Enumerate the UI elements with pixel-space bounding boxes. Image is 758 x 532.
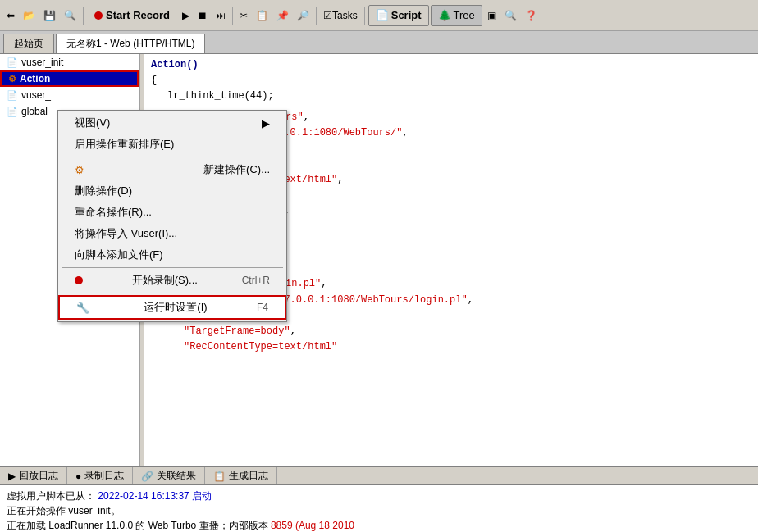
tasks-button[interactable]: ☑ Tasks: [320, 4, 361, 27]
tree-tab-btn[interactable]: 🌲 Tree: [431, 5, 482, 26]
menu-item-rename-action[interactable]: 重命名操作(R)...: [58, 202, 286, 223]
record-label: 录制日志: [84, 469, 124, 483]
toolbar-back-btn[interactable]: ⬅: [3, 4, 18, 27]
start-record-dot-icon: [75, 276, 83, 284]
tabbar: 起始页 无名称1 - Web (HTTP/HTML): [0, 31, 758, 54]
bottom-tab-generation[interactable]: 📋 生成日志: [205, 467, 277, 484]
toolbar-stop-btn[interactable]: ⏹: [194, 4, 211, 27]
bottom-tab-correlation[interactable]: 🔗 关联结果: [133, 467, 205, 484]
code-line-brace: {: [151, 73, 751, 89]
script-tab-btn[interactable]: 📄 Script: [368, 5, 429, 26]
sep1: [83, 7, 84, 25]
toolbar-search-btn[interactable]: 🔍: [61, 4, 80, 27]
menu-new-action-label: 新建操作(C)...: [203, 162, 270, 177]
menu-addfile-label: 向脚本添加文件(F): [75, 248, 163, 262]
menu-item-reorder[interactable]: 启用操作重新排序(E): [58, 134, 286, 155]
action-label: Action: [20, 73, 50, 84]
menu-sep-1: [62, 157, 283, 157]
tree-item-vuser-init[interactable]: 📄 vuser_init: [0, 54, 139, 70]
tree-label: Tree: [454, 9, 475, 21]
playback-icon: ▶: [8, 471, 16, 482]
start-record-label: Start Record: [106, 9, 170, 21]
menu-start-record-shortcut: Ctrl+R: [242, 275, 270, 286]
sep4: [364, 7, 365, 25]
log-line-3: 正在加载 LoadRunner 11.0.0 的 Web Turbo 重播；内部…: [7, 518, 751, 532]
menu-runtime-shortcut: F4: [257, 302, 268, 313]
menu-reorder-label: 启用操作重新排序(E): [75, 137, 174, 152]
runtime-settings-icon: 🔧: [76, 302, 89, 314]
menu-item-delete-action[interactable]: 删除操作(D): [58, 180, 286, 202]
bottom-tab-record[interactable]: ● 录制日志: [67, 467, 133, 484]
playback-label: 回放日志: [19, 469, 58, 483]
generation-icon: 📋: [213, 471, 226, 482]
code-line-1: lr_think_time(44);: [167, 89, 751, 104]
tree-item-action[interactable]: ⚙ Action: [0, 70, 139, 87]
toolbar-copy-btn[interactable]: 📋: [253, 4, 272, 27]
tree-icon-vuser-init: 📄: [7, 57, 18, 68]
code-line-rec: "RecContentType=text/html": [184, 339, 751, 355]
menu-delete-label: 删除操作(D): [75, 184, 132, 198]
log-line-2: 正在开始操作 vuser_init。: [7, 503, 751, 518]
toolbar-cut-btn[interactable]: ✂: [236, 4, 251, 27]
toolbar-play-btn[interactable]: ▶: [179, 4, 193, 27]
toolbar-open-btn[interactable]: 📂: [20, 4, 39, 27]
tree-icon-global: 📄: [7, 107, 18, 117]
code-line-target: "TargetFrame=body",: [184, 324, 751, 339]
toolbar-zoom-btn[interactable]: 🔍: [501, 4, 520, 27]
file-tab-label: 无名称1 - Web (HTTP/HTML): [66, 37, 194, 51]
menu-item-new-action[interactable]: ⚙ 新建操作(C)...: [58, 159, 286, 180]
tree-item-vuser[interactable]: 📄 vuser_: [0, 87, 139, 103]
toolbar-step-btn[interactable]: ⏭: [212, 4, 229, 27]
menu-item-runtime-settings[interactable]: 🔧 运行时设置(I) F4: [58, 295, 286, 320]
bottom-tab-playback[interactable]: ▶ 回放日志: [0, 467, 67, 484]
main-area: 📄 vuser_init ⚙ Action 📄 vuser_ 📄 global …: [0, 54, 758, 466]
code-func-name: Action(): [151, 57, 751, 73]
correlation-label: 关联结果: [157, 469, 196, 483]
menu-item-start-record[interactable]: 开始录制(S)... Ctrl+R: [58, 270, 286, 291]
bottom-panel: ▶ 回放日志 ● 录制日志 🔗 关联结果 📋 生成日志 虚拟用户脚本已从： 20…: [0, 466, 758, 532]
new-action-icon: ⚙: [75, 164, 84, 176]
tree-icon-action: ⚙: [8, 74, 16, 84]
home-tab-label: 起始页: [14, 37, 43, 51]
menu-runtime-label: 运行时设置(I): [144, 300, 207, 315]
file-tab[interactable]: 无名称1 - Web (HTTP/HTML): [56, 34, 205, 53]
menu-start-record-label: 开始录制(S)...: [132, 273, 198, 288]
toolbar: ⬅ 📂 💾 🔍 Start Record ▶ ⏹ ⏭ ✂ 📋 📌 🔎 ☑ Tas…: [0, 0, 758, 31]
menu-rename-label: 重命名操作(R)...: [75, 205, 152, 220]
log-line-1: 虚拟用户脚本已从： 2022-02-14 16:13:37 启动: [7, 489, 751, 503]
sep2: [232, 7, 233, 25]
menu-item-view[interactable]: 视图(V) ▶: [58, 112, 286, 134]
menu-view-arrow: ▶: [262, 117, 270, 130]
script-label: Script: [391, 9, 422, 21]
menu-import-label: 将操作导入 Vuser(I)...: [75, 226, 177, 241]
sep3: [316, 7, 317, 25]
toolbar-layout-btn[interactable]: ▣: [484, 4, 500, 27]
tree-icon-vuser: 📄: [7, 90, 18, 101]
toolbar-paste-btn[interactable]: 📌: [273, 4, 292, 27]
context-menu: 视图(V) ▶ 启用操作重新排序(E) ⚙ 新建操作(C)... 删除操作(D)…: [57, 110, 287, 322]
menu-item-add-file[interactable]: 向脚本添加文件(F): [58, 244, 286, 266]
menu-sep-3: [62, 293, 283, 293]
toolbar-help-btn[interactable]: ❓: [522, 4, 541, 27]
bottom-content: 虚拟用户脚本已从： 2022-02-14 16:13:37 启动 正在开始操作 …: [0, 485, 758, 532]
start-record-button[interactable]: Start Record: [87, 4, 177, 27]
menu-sep-2: [62, 267, 283, 268]
menu-view-label: 视图(V): [75, 116, 110, 130]
home-tab[interactable]: 起始页: [3, 34, 54, 53]
correlation-icon: 🔗: [141, 471, 153, 482]
menu-item-import-action[interactable]: 将操作导入 Vuser(I)...: [58, 223, 286, 244]
toolbar-save-btn[interactable]: 💾: [40, 4, 59, 27]
record-dot-icon: [94, 11, 103, 20]
generation-label: 生成日志: [229, 469, 268, 483]
bottom-tabs: ▶ 回放日志 ● 录制日志 🔗 关联结果 📋 生成日志: [0, 467, 758, 485]
tasks-label: Tasks: [332, 10, 358, 21]
record-icon: ●: [75, 471, 81, 482]
toolbar-find-btn[interactable]: 🔎: [294, 4, 313, 27]
